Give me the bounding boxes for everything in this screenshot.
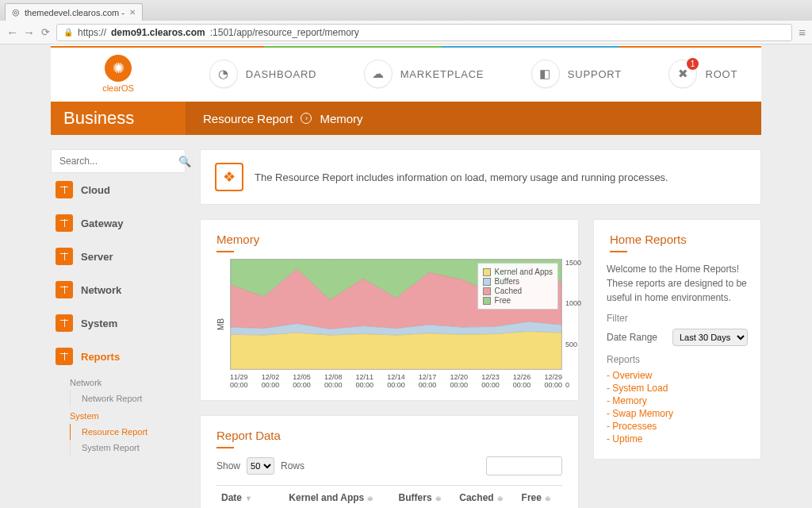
masthead: ✺ clearOS ◔ DASHBOARD ☁ MARKETPLACE ◧ SU… xyxy=(51,44,761,102)
memory-chart: Kernel and Apps Buffers Cached Free 1500… xyxy=(230,259,562,389)
sidebar-item-label: Gateway xyxy=(81,217,123,229)
sidebar: 🔍 Cloud Gateway Server Network System Re… xyxy=(51,149,186,508)
title-bar: Business Resource Report › Memory xyxy=(51,102,761,135)
edition-label: Business xyxy=(51,102,186,135)
report-table: Date▼ Kernel and Apps≑ Buffers≑ Cached≑ … xyxy=(216,485,562,508)
nav-marketplace[interactable]: ☁ MARKETPLACE xyxy=(364,60,485,88)
search-input[interactable] xyxy=(59,156,178,167)
x-ticks: 11/29 00:0012/02 00:0012/05 00:0012/08 0… xyxy=(230,373,562,389)
brand-logo-icon: ✺ xyxy=(105,55,132,82)
report-links: - Overview - System Load - Memory - Swap… xyxy=(607,370,748,444)
nav-label: SUPPORT xyxy=(568,68,622,80)
sidebar-item-gateway[interactable]: Gateway xyxy=(51,206,186,240)
sidebar-item-label: Network xyxy=(81,284,121,296)
y-ticks: 150010005000 xyxy=(565,259,589,389)
aside-welcome: Welcome to the Home Reports! These repor… xyxy=(607,262,748,305)
report-data-panel: Report Data Show 50 Rows Date▼ xyxy=(200,415,579,508)
sidebar-item-label: Reports xyxy=(81,351,120,363)
cube-icon xyxy=(56,214,73,232)
tab-favicon: ◎ xyxy=(12,7,20,17)
cube-icon xyxy=(56,248,73,265)
alert-badge: 1 xyxy=(687,58,699,70)
col-kernel[interactable]: Kernel and Apps≑ xyxy=(284,486,393,509)
chevron-right-icon: › xyxy=(301,113,312,124)
reload-icon[interactable]: ⟳ xyxy=(41,26,50,38)
memory-chart-panel: Memory MB Kernel and Apps Buffe xyxy=(200,219,579,401)
sidebar-group-system[interactable]: System xyxy=(70,411,186,421)
sidebar-leaf-resource-report[interactable]: Resource Report xyxy=(70,424,186,440)
col-free[interactable]: Free≑ xyxy=(517,486,562,509)
tools-icon: ✖1 xyxy=(668,60,697,88)
col-date[interactable]: Date▼ xyxy=(216,486,284,509)
link-overview[interactable]: - Overview xyxy=(607,370,748,381)
url-scheme: https:// xyxy=(78,27,106,38)
filter-label: Filter xyxy=(607,313,748,324)
nav-label: DASHBOARD xyxy=(246,68,317,80)
link-processes[interactable]: - Processes xyxy=(607,421,748,432)
browser-menu-icon[interactable]: ≡ xyxy=(799,25,806,39)
link-system-load[interactable]: - System Load xyxy=(607,383,748,394)
sidebar-item-reports[interactable]: Reports xyxy=(51,340,186,373)
sidebar-group-network[interactable]: Network xyxy=(70,378,186,387)
sidebar-item-network[interactable]: Network xyxy=(51,273,186,306)
link-swap-memory[interactable]: - Swap Memory xyxy=(607,408,748,419)
panel-title: Report Data xyxy=(201,416,578,450)
legend-cached: Cached xyxy=(495,287,522,295)
col-buffers[interactable]: Buffers≑ xyxy=(394,486,455,509)
link-memory[interactable]: - Memory xyxy=(607,395,748,406)
brand-name: clearOS xyxy=(102,83,134,93)
browser-tab[interactable]: ◎ themedevel.clearos.com - ✕ xyxy=(5,3,143,21)
back-icon[interactable]: ← xyxy=(6,25,18,39)
search-box[interactable]: 🔍 xyxy=(51,149,186,173)
table-filter-input[interactable] xyxy=(486,456,562,475)
sidebar-item-server[interactable]: Server xyxy=(51,240,186,273)
col-cached[interactable]: Cached≑ xyxy=(454,486,516,509)
browser-tabbar: ◎ themedevel.clearos.com - ✕ xyxy=(0,0,812,21)
sidebar-item-cloud[interactable]: Cloud xyxy=(51,173,186,206)
sidebar-leaf-network-report[interactable]: Network Report xyxy=(70,391,186,406)
url-host: demo91.clearos.com xyxy=(111,27,205,38)
nav-support[interactable]: ◧ SUPPORT xyxy=(531,60,622,88)
daterange-select[interactable]: Last 30 Days xyxy=(672,329,748,346)
package-icon: ❖ xyxy=(215,163,243,191)
sort-icon: ≑ xyxy=(435,495,442,502)
cube-icon xyxy=(56,181,73,198)
browser-toolbar: ← → ⟳ 🔒 https://demo91.clearos.com:1501/… xyxy=(0,21,812,44)
brand[interactable]: ✺ clearOS xyxy=(51,55,186,93)
breadcrumb-root[interactable]: Resource Report xyxy=(203,112,293,125)
breadcrumb: Resource Report › Memory xyxy=(186,112,363,125)
sidebar-item-label: System xyxy=(81,318,117,329)
sidebar-item-system[interactable]: System xyxy=(51,306,186,340)
legend-free: Free xyxy=(495,296,511,305)
sort-desc-icon: ▼ xyxy=(245,495,252,502)
sort-icon: ≑ xyxy=(367,495,373,502)
search-icon[interactable]: 🔍 xyxy=(178,156,191,167)
chart-legend: Kernel and Apps Buffers Cached Free xyxy=(477,263,558,310)
show-label: Show xyxy=(216,460,240,471)
legend-buffers: Buffers xyxy=(495,277,520,286)
lock-icon: 🔒 xyxy=(63,28,73,37)
address-bar[interactable]: 🔒 https://demo91.clearos.com:1501/app/re… xyxy=(56,24,792,41)
sidebar-leaf-system-report[interactable]: System Report xyxy=(70,440,186,456)
rows-select[interactable]: 50 xyxy=(247,457,274,475)
home-reports-panel: Home Reports Welcome to the Home Reports… xyxy=(593,219,761,460)
link-uptime[interactable]: - Uptime xyxy=(607,433,748,444)
tab-title: themedevel.clearos.com - xyxy=(25,8,124,17)
cube-icon xyxy=(56,281,73,298)
breadcrumb-leaf: Memory xyxy=(320,112,362,125)
sidebar-item-label: Cloud xyxy=(81,184,110,196)
panel-title: Memory xyxy=(201,220,578,254)
close-icon[interactable]: ✕ xyxy=(129,8,136,17)
panel-title: Home Reports xyxy=(594,220,760,254)
sort-icon: ≑ xyxy=(497,495,504,502)
sidebar-subtree: Network Network Report System Resource R… xyxy=(70,378,186,456)
rows-label: Rows xyxy=(281,460,304,471)
url-path: :1501/app/resource_report/memory xyxy=(210,27,359,38)
sort-icon: ≑ xyxy=(545,495,551,502)
nav-dashboard[interactable]: ◔ DASHBOARD xyxy=(209,60,317,88)
nav-root[interactable]: ✖1 ROOT xyxy=(668,60,737,88)
inbox-icon: ◧ xyxy=(531,60,560,88)
forward-icon[interactable]: → xyxy=(23,25,35,39)
y-axis-label: MB xyxy=(216,318,225,330)
cloud-icon: ☁ xyxy=(364,60,393,88)
